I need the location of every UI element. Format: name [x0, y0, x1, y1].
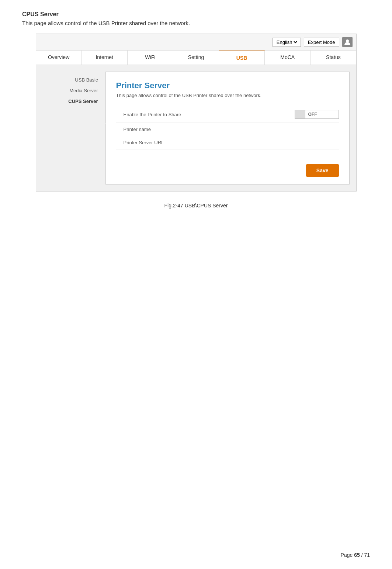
sidebar-item-media-server[interactable]: Media Server: [43, 86, 102, 95]
tab-usb[interactable]: USB: [219, 51, 265, 65]
router-ui: English Expert Mode Overview Internet Wi…: [36, 34, 357, 192]
language-selector[interactable]: English: [273, 38, 301, 47]
label-printer-url: Printer Server URL: [116, 140, 295, 145]
arrow-indicator: [101, 120, 106, 127]
save-button[interactable]: Save: [306, 164, 339, 177]
nav-tabs: Overview Internet WiFi Setting USB MoCA …: [36, 51, 356, 65]
figure-caption: Fig.2-47 USB\CPUS Server: [22, 203, 370, 208]
form-row-printer-name: Printer name: [116, 123, 339, 136]
form-row-enable: Enable the Printer to Share OFF: [116, 106, 339, 123]
footer-separator: /: [360, 552, 364, 558]
expert-mode-button[interactable]: Expert Mode: [304, 38, 339, 47]
tab-internet[interactable]: Internet: [82, 51, 128, 65]
main-panel: Printer Server This page allows control …: [105, 72, 350, 185]
tab-wifi[interactable]: WiFi: [128, 51, 173, 65]
toggle-label: OFF: [305, 112, 320, 117]
page-footer: Page 65 / 71: [341, 552, 370, 558]
toggle-slider: [295, 110, 305, 118]
label-enable-printer: Enable the Printer to Share: [116, 112, 295, 117]
footer-current: 65: [354, 552, 360, 558]
tab-moca[interactable]: MoCA: [265, 51, 311, 65]
panel-subtitle: This page allows control of the USB Prin…: [116, 93, 339, 98]
footer-text: Page: [341, 552, 354, 558]
tab-overview[interactable]: Overview: [36, 51, 82, 65]
user-icon[interactable]: [342, 37, 353, 47]
svg-point-0: [346, 39, 349, 42]
footer-total: 71: [364, 552, 370, 558]
tab-setting[interactable]: Setting: [173, 51, 219, 65]
sidebar-item-cups-server[interactable]: CUPS Server: [43, 97, 102, 106]
sidebar-item-usb-basic[interactable]: USB Basic: [43, 75, 102, 85]
toggle-off-switch[interactable]: OFF: [295, 110, 339, 119]
content-area: USB Basic Media Server CUPS Server Print…: [36, 65, 356, 191]
top-bar: English Expert Mode: [36, 34, 356, 51]
sidebar: USB Basic Media Server CUPS Server: [43, 72, 105, 185]
save-area: Save: [116, 161, 339, 177]
label-printer-name: Printer name: [116, 127, 295, 132]
form-row-printer-url: Printer Server URL: [116, 136, 339, 149]
page-title: CPUS Server: [22, 11, 370, 18]
toggle-enable-printer[interactable]: OFF: [295, 110, 339, 119]
language-dropdown[interactable]: English: [275, 39, 298, 45]
page-subtitle: This page allows control of the USB Prin…: [22, 20, 370, 26]
panel-title: Printer Server: [116, 81, 339, 90]
tab-status[interactable]: Status: [311, 51, 356, 65]
